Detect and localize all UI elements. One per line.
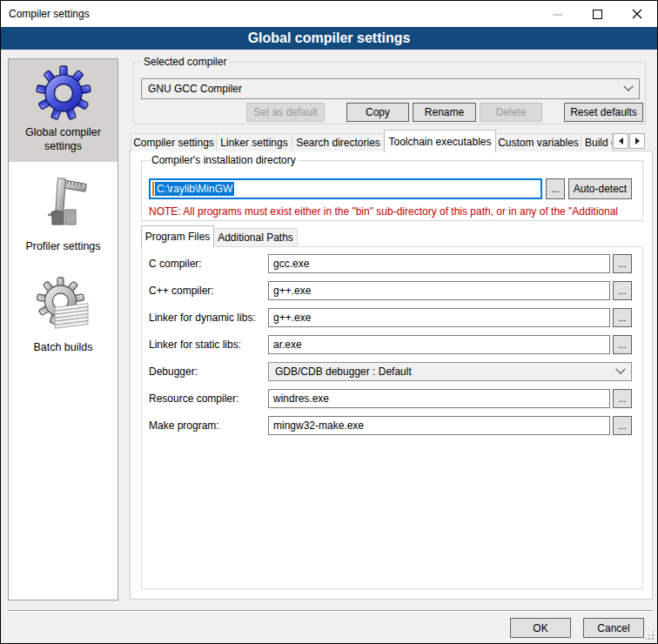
tab-scroll-left-button[interactable] <box>613 133 628 149</box>
subtab-additional-paths[interactable]: Additional Paths <box>213 228 298 246</box>
dynamic-linker-input[interactable] <box>268 308 610 327</box>
sidebar-item-profiler-settings[interactable]: Profiler settings <box>9 166 118 271</box>
field-row-debugger: Debugger: GDB/CDB debugger : Default <box>149 362 632 381</box>
install-dir-input[interactable]: C:\raylib\MinGW <box>149 178 542 199</box>
settings-tabs: Compiler settings Linker settings Search… <box>131 129 645 151</box>
group-label: Selected compiler <box>141 56 229 68</box>
sidebar-item-batch-builds[interactable]: Batch builds <box>9 271 118 375</box>
field-row-cpp-compiler: C++ compiler: ... <box>149 281 632 300</box>
tab-linker-settings[interactable]: Linker settings <box>216 133 292 151</box>
tab-scroll-left-icon <box>619 138 623 144</box>
c-compiler-input[interactable] <box>268 254 610 273</box>
tab-search-directories[interactable]: Search directories <box>292 133 385 151</box>
blue-gear-icon <box>36 65 91 121</box>
gray-gear-stack-icon <box>36 277 91 332</box>
tab-compiler-settings[interactable]: Compiler settings <box>131 133 217 151</box>
copy-button[interactable]: Copy <box>346 103 409 122</box>
compiler-settings-dialog: Compiler settings Global compiler settin… <box>0 0 658 644</box>
footer-divider <box>8 610 653 612</box>
cpp-compiler-input[interactable] <box>268 281 610 300</box>
cancel-button[interactable]: Cancel <box>583 618 644 638</box>
compiler-select[interactable]: GNU GCC Compiler <box>141 78 640 99</box>
field-row-resource-compiler: Resource compiler: ... <box>149 389 632 408</box>
program-files-panel: C compiler: ... C++ compiler: ... Linker… <box>141 246 643 589</box>
tab-custom-variables[interactable]: Custom variables <box>495 133 581 151</box>
debugger-select-value: GDB/CDB debugger : Default <box>275 366 617 378</box>
make-program-browse-button[interactable]: ... <box>613 416 632 435</box>
field-label: C compiler: <box>149 258 268 270</box>
maximize-icon <box>593 10 602 19</box>
install-dir-browse-button[interactable]: ... <box>546 178 565 199</box>
dynamic-linker-browse-button[interactable]: ... <box>613 308 632 327</box>
field-label: Debugger: <box>149 366 268 378</box>
tab-build-options[interactable]: Build options <box>581 133 613 151</box>
field-label: Resource compiler: <box>149 392 268 405</box>
window-title: Compiler settings <box>9 8 90 20</box>
minimize-icon <box>553 10 562 19</box>
titlebar[interactable]: Compiler settings <box>1 1 657 27</box>
field-row-static-linker: Linker for static libs: ... <box>149 335 632 354</box>
sidebar-item-global-compiler-settings[interactable]: Global compiler settings <box>9 59 118 162</box>
window-controls <box>537 1 657 27</box>
auto-detect-button[interactable]: Auto-detect <box>568 178 632 199</box>
set-as-default-button: Set as default <box>246 103 325 122</box>
close-icon <box>632 9 642 19</box>
cpp-compiler-browse-button[interactable]: ... <box>613 281 632 300</box>
tab-toolchain-executables[interactable]: Toolchain executables <box>384 130 496 152</box>
rename-button[interactable]: Rename <box>413 103 476 122</box>
field-label: Linker for static libs: <box>149 339 268 351</box>
static-linker-input[interactable] <box>268 335 610 354</box>
compiler-select-value: GNU GCC Compiler <box>148 83 625 95</box>
field-label: Make program: <box>149 419 268 432</box>
reset-defaults-button[interactable]: Reset defaults <box>564 103 643 122</box>
resize-grip[interactable] <box>652 638 654 640</box>
page-title: Global compiler settings <box>1 27 657 50</box>
static-linker-browse-button[interactable]: ... <box>613 335 632 354</box>
ok-button[interactable]: OK <box>510 618 571 638</box>
selected-compiler-group: Selected compiler GNU GCC Compiler Set a… <box>133 62 646 124</box>
text-caret <box>152 182 154 196</box>
minimize-button <box>537 1 577 27</box>
sidebar-item-label: Batch builds <box>9 340 118 354</box>
maximize-button[interactable] <box>577 1 617 27</box>
field-row-c-compiler: C compiler: ... <box>149 254 632 273</box>
toolchain-subtabs: Program Files Additional Paths <box>141 225 297 246</box>
debugger-select[interactable]: GDB/CDB debugger : Default <box>268 362 632 381</box>
field-row-make-program: Make program: ... <box>149 416 632 435</box>
tab-scroll-right-icon <box>635 138 640 144</box>
install-dir-selected-text: C:\raylib\MinGW <box>155 182 234 196</box>
c-compiler-browse-button[interactable]: ... <box>613 254 632 273</box>
installation-directory-group: Compiler's installation directory C:\ray… <box>141 160 643 221</box>
subtab-program-files[interactable]: Program Files <box>141 225 214 247</box>
field-label: Linker for dynamic libs: <box>149 312 268 324</box>
sidebar-item-label: Profiler settings <box>9 239 118 253</box>
make-program-input[interactable] <box>268 416 610 435</box>
caliper-icon <box>36 172 91 228</box>
resource-compiler-browse-button[interactable]: ... <box>613 389 632 408</box>
resource-compiler-input[interactable] <box>268 389 610 408</box>
field-row-dynamic-linker: Linker for dynamic libs: ... <box>149 308 632 327</box>
note-text: NOTE: All programs must exist either in … <box>149 205 638 218</box>
chevron-down-icon <box>615 365 625 374</box>
group-label: Compiler's installation directory <box>149 154 299 166</box>
toolchain-executables-panel: Compiler's installation directory C:\ray… <box>130 151 653 600</box>
sidebar-item-label: Global compiler settings <box>9 125 118 154</box>
chevron-down-icon <box>623 82 633 91</box>
field-label: C++ compiler: <box>149 285 268 297</box>
tab-scroll-right-button[interactable] <box>629 133 645 149</box>
dialog-buttons: OK Cancel <box>510 618 644 638</box>
settings-category-list: Global compiler settings <box>8 58 118 600</box>
delete-button: Delete <box>480 103 542 122</box>
close-button[interactable] <box>617 1 657 27</box>
